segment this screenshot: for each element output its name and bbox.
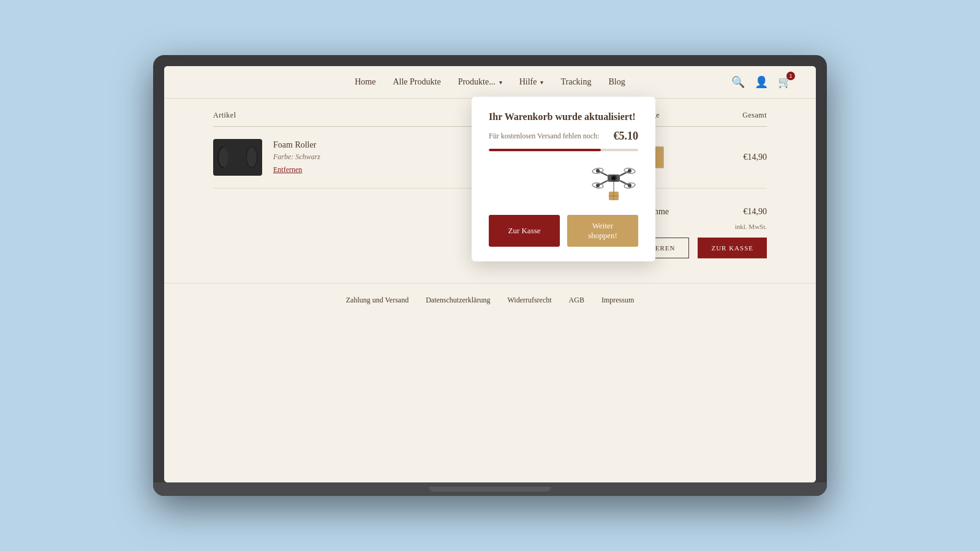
popup-shipping-amount: €5.10 (614, 130, 639, 143)
popup-buttons: Zur Kasse Weiter shoppen! (489, 215, 638, 247)
svg-point-16 (596, 169, 600, 173)
laptop-frame: Home Alle Produkte Produkte... ▾ Hilfe ▾… (153, 55, 827, 496)
site-wrapper: Home Alle Produkte Produkte... ▾ Hilfe ▾… (164, 66, 816, 482)
popup-progress-bar (489, 149, 638, 151)
laptop-hinge (429, 487, 551, 492)
svg-point-19 (628, 184, 631, 187)
laptop-base (153, 482, 827, 496)
popup-continue-button[interactable]: Weiter shoppen! (567, 215, 638, 247)
svg-point-7 (612, 176, 616, 180)
popup-title: Ihr Warenkorb wurde aktualisiert! (489, 111, 638, 122)
svg-point-17 (628, 169, 631, 173)
drone-illustration (589, 161, 638, 204)
popup-shipping-row: Für kostenlosen Versand fehlen noch: €5.… (489, 130, 638, 143)
popup-progress-fill (489, 149, 601, 151)
popup-drone-area (489, 161, 638, 204)
popup-checkout-button[interactable]: Zur Kasse (489, 215, 560, 247)
popup-shipping-label: Für kostenlosen Versand fehlen noch: (489, 132, 599, 141)
laptop-screen: Home Alle Produkte Produkte... ▾ Hilfe ▾… (164, 66, 816, 482)
popup-overlay: Ihr Warenkorb wurde aktualisiert! Für ko… (164, 66, 816, 482)
svg-point-18 (596, 184, 600, 187)
cart-updated-popup: Ihr Warenkorb wurde aktualisiert! Für ko… (472, 97, 655, 261)
